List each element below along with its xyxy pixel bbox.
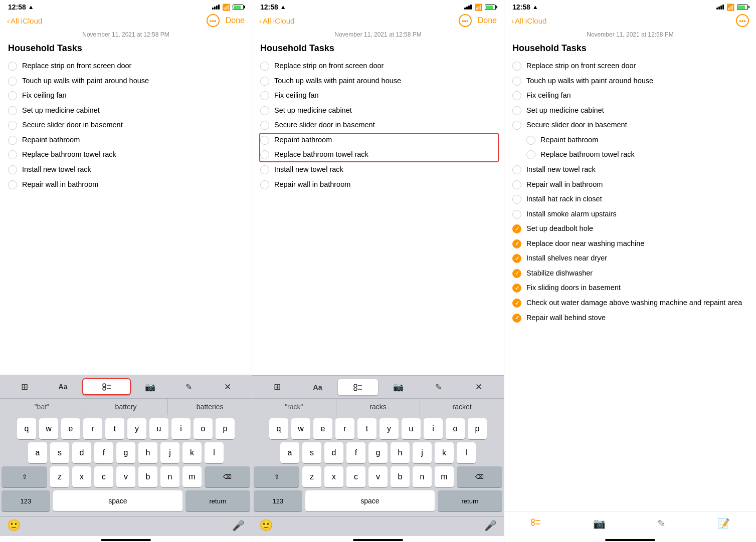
return-key-2[interactable]: return: [438, 490, 502, 511]
key-z[interactable]: z: [50, 466, 69, 487]
key-c[interactable]: c: [94, 466, 113, 487]
space-key-2[interactable]: space: [305, 490, 435, 511]
shift-key-2[interactable]: ⇧: [254, 466, 299, 487]
close-button-1[interactable]: ✕: [208, 379, 247, 395]
task-item[interactable]: Touch up walls with paint around house: [8, 74, 244, 89]
key-m2[interactable]: m: [435, 466, 454, 487]
task-circle[interactable]: [512, 210, 521, 219]
task-circle[interactable]: [8, 180, 17, 189]
key-d[interactable]: d: [72, 442, 91, 463]
task-item[interactable]: Repair wall in bathroom: [512, 177, 748, 192]
task-item[interactable]: Secure slider door in basement: [512, 118, 748, 133]
key-m[interactable]: m: [182, 466, 202, 487]
table-button-2[interactable]: ⊞: [257, 379, 297, 395]
ellipsis-button-1[interactable]: •••: [207, 14, 220, 27]
autocomplete-item-3[interactable]: batteries: [168, 399, 252, 415]
task-item[interactable]: Replace bathroom towel rack: [8, 147, 244, 162]
task-item[interactable]: Replace strip on front screen door: [8, 59, 244, 74]
table-button-1[interactable]: ⊞: [5, 379, 44, 395]
markup-button-2[interactable]: ✎: [418, 379, 458, 395]
key-a[interactable]: a: [28, 442, 47, 463]
task-circle[interactable]: [260, 106, 269, 115]
autocomplete-item-4[interactable]: "rack": [252, 399, 336, 415]
task-item-selected[interactable]: Repaint bathroom: [260, 133, 496, 148]
numbers-key[interactable]: 123: [2, 490, 50, 511]
task-circle[interactable]: [8, 136, 17, 145]
task-circle[interactable]: [260, 77, 269, 86]
format-button-2[interactable]: Aa: [297, 380, 337, 394]
camera-icon-3[interactable]: 📷: [593, 517, 606, 529]
task-circle[interactable]: [512, 121, 521, 130]
key-v2[interactable]: v: [368, 466, 388, 487]
key-b2[interactable]: b: [391, 466, 410, 487]
back-button-3[interactable]: ‹ All iCloud: [511, 17, 546, 25]
ellipsis-button-3[interactable]: •••: [736, 14, 749, 27]
task-circle[interactable]: [512, 62, 521, 71]
task-item[interactable]: Install hat rack in closet: [512, 192, 748, 207]
task-item[interactable]: Replace strip on front screen door: [260, 59, 496, 74]
emoji-icon-1[interactable]: 🙂: [7, 519, 21, 532]
key-p2[interactable]: p: [468, 418, 487, 439]
key-a2[interactable]: a: [280, 442, 299, 463]
key-f[interactable]: f: [94, 442, 113, 463]
autocomplete-item-6[interactable]: racket: [420, 399, 504, 415]
autocomplete-item-5[interactable]: racks: [336, 399, 421, 415]
task-item[interactable]: Install new towel rack: [260, 162, 496, 177]
task-item[interactable]: Repaint bathroom: [512, 133, 748, 148]
task-circle[interactable]: [8, 106, 17, 115]
task-item[interactable]: Touch up walls with paint around house: [512, 74, 748, 89]
key-u[interactable]: u: [149, 418, 168, 439]
task-circle[interactable]: [8, 150, 17, 159]
task-item-selected[interactable]: Replace bathroom towel rack: [260, 147, 496, 162]
task-circle[interactable]: [526, 150, 535, 159]
key-d2[interactable]: d: [324, 442, 343, 463]
numbers-key-2[interactable]: 123: [254, 490, 302, 511]
task-circle[interactable]: [512, 180, 521, 189]
task-circle[interactable]: [8, 165, 17, 174]
task-circle-checked[interactable]: [512, 314, 521, 323]
key-q2[interactable]: q: [269, 418, 288, 439]
task-item[interactable]: Secure slider door in basement: [260, 118, 496, 133]
markup-button-1[interactable]: ✎: [169, 379, 208, 395]
back-button-1[interactable]: ‹ All iCloud: [7, 17, 42, 25]
task-item-checked[interactable]: Repair wall behind stove: [512, 311, 748, 326]
key-w2[interactable]: w: [291, 418, 310, 439]
autocomplete-item-1[interactable]: "bat": [0, 399, 84, 415]
task-item[interactable]: Repair wall in bathroom: [8, 177, 244, 192]
key-h2[interactable]: h: [391, 442, 410, 463]
close-button-2[interactable]: ✕: [459, 379, 499, 395]
task-item[interactable]: Replace bathroom towel rack: [512, 147, 748, 162]
key-g[interactable]: g: [116, 442, 135, 463]
key-z2[interactable]: z: [302, 466, 321, 487]
task-circle[interactable]: [260, 150, 269, 159]
task-item-checked[interactable]: Fix sliding doors in basement: [512, 281, 748, 296]
key-j[interactable]: j: [160, 442, 179, 463]
task-item[interactable]: Set up medicine cabinet: [512, 103, 748, 118]
task-item-checked[interactable]: Install shelves near dryer: [512, 251, 748, 266]
task-circle-checked[interactable]: [512, 284, 521, 293]
format-button-1[interactable]: Aa: [44, 380, 82, 394]
task-circle-checked[interactable]: [512, 224, 521, 233]
task-item-checked[interactable]: Check out water damage above washing mac…: [512, 296, 748, 311]
checklist-icon-3[interactable]: [530, 516, 541, 530]
key-o2[interactable]: o: [446, 418, 465, 439]
done-button-1[interactable]: Done: [226, 16, 245, 25]
task-item[interactable]: Fix ceiling fan: [260, 88, 496, 103]
key-x2[interactable]: x: [324, 466, 343, 487]
key-s[interactable]: s: [50, 442, 69, 463]
back-button-2[interactable]: ‹ All iCloud: [259, 17, 294, 25]
key-w[interactable]: w: [39, 418, 58, 439]
key-v[interactable]: v: [116, 466, 135, 487]
key-e2[interactable]: e: [313, 418, 332, 439]
checklist-button-1[interactable]: [82, 378, 131, 395]
shift-key[interactable]: ⇧: [2, 466, 47, 487]
key-l2[interactable]: l: [457, 442, 476, 463]
task-circle-checked[interactable]: [512, 269, 521, 278]
task-item[interactable]: Install new towel rack: [512, 162, 748, 177]
task-item[interactable]: Repaint bathroom: [8, 133, 244, 148]
key-k[interactable]: k: [182, 442, 202, 463]
key-y2[interactable]: y: [380, 418, 399, 439]
key-i2[interactable]: i: [424, 418, 443, 439]
key-s2[interactable]: s: [302, 442, 321, 463]
key-g2[interactable]: g: [368, 442, 388, 463]
